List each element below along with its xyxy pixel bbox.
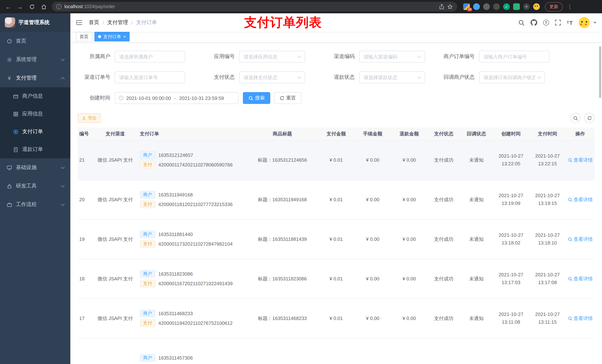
channel-order-no-input[interactable] [115,71,185,83]
cell-amount: ¥ 0.01 [318,259,354,299]
github-icon[interactable] [530,19,537,26]
browser-menu-icon[interactable]: ⋮ [567,4,572,10]
sidebar-item-label: 工作流程 [16,201,37,208]
address-bar[interactable]: i localhost:1024/pay/order [52,2,457,11]
browser-reload-button[interactable] [27,1,37,12]
breadcrumb-home[interactable]: 首页 [89,19,99,26]
fullscreen-icon[interactable] [555,20,561,26]
cell-amount: ¥ 0.01 [318,219,354,259]
extensions-menu-icon[interactable]: ✣ [523,3,530,10]
page-annotation: 支付订单列表 [244,14,322,31]
table-row[interactable]: 19 微信 JSAPI 支付 商户1635311881440 支付4200001… [78,219,595,259]
browser-update-button[interactable]: 更新 [545,2,563,11]
extension-icon[interactable] [483,3,490,10]
cell-status [428,338,460,364]
cell-created: 2021-10-2713:22:05 [493,140,529,180]
table-row[interactable]: 18 微信 JSAPI 支付 商户1635311823086 支付4200001… [78,259,595,299]
sidebar-toggle-icon[interactable] [76,19,83,26]
channel-code-select[interactable] [359,51,425,62]
search-button[interactable]: 搜索 [243,92,270,104]
extension-check-icon[interactable]: ✓ [503,3,510,10]
create-time-range-picker[interactable]: 2021-10-01 00:00:00 - 2021-10-31 23:59:5… [115,92,238,104]
filter-label: 回调商户状态 [442,74,479,81]
help-icon[interactable]: ? [543,20,549,26]
tab-pay-order[interactable]: 支付订单 × [94,32,129,42]
extension-icon[interactable]: 10 [463,3,470,10]
notify-status-select[interactable] [479,71,545,83]
sidebar-item-home[interactable]: 首页 [0,32,70,50]
cell-fee: ¥ 0.00 [355,140,391,180]
merchant-tag: 商户 [140,230,155,238]
sidebar-item-merchant-info[interactable]: 商户信息 [0,87,70,105]
sidebar-item-workflow[interactable]: 工作流程 [0,195,70,214]
table-row[interactable]: 商户1635311457306 [78,338,595,364]
view-detail-link[interactable]: 查看详情 [568,157,593,163]
merchant-no: 1635311823086 [158,271,193,277]
breadcrumb-pay-manage[interactable]: 支付管理 [107,19,128,26]
pay-status-select[interactable] [239,71,305,83]
pay-tag: 支付 [140,161,155,169]
browser-back-button[interactable]: ← [3,1,13,12]
sidebar-item-pay-order[interactable]: 支付订单 [0,123,70,141]
bookmark-star-icon[interactable] [447,4,453,10]
lock-icon [6,183,12,189]
extension-icon[interactable] [493,3,500,10]
extension-icon[interactable] [473,3,480,10]
extension-chat-icon[interactable] [513,3,520,10]
filter-label: 创建时间 [78,95,115,101]
col-refund: 退款金额 [391,128,428,140]
share-icon[interactable] [439,4,444,9]
merchant-tag: 商户 [140,191,155,199]
view-detail-link[interactable]: 查看详情 [568,236,593,242]
merchant-order-no-input[interactable] [479,51,549,62]
table-row[interactable]: 20 微信 JSAPI 支付 商户1635311949168 支付4200001… [78,180,595,219]
view-detail-link[interactable]: 查看详情 [568,315,593,322]
sidebar-item-label: 基础设施 [16,164,37,171]
sidebar-item-label: 退款订单 [22,146,43,153]
tab-home[interactable]: 首页 [76,32,92,42]
view-detail-link[interactable]: 查看详情 [568,275,593,282]
sidebar-item-devtools[interactable]: 研发工具 [0,177,70,195]
sidebar-item-label: 研发工具 [16,183,37,189]
site-info-icon[interactable]: i [56,4,62,9]
page-scrollbar[interactable] [599,46,601,98]
cell-fee [355,338,391,364]
search-icon[interactable] [518,20,525,26]
filter-label: 渠道订单号 [78,74,115,81]
app-logo[interactable]: 芋道管理系统 [0,13,70,32]
refund-status-select[interactable] [359,71,425,83]
tab-label: 首页 [80,33,88,40]
sidebar-item-payment[interactable]: ¥ 支付管理 [0,69,70,87]
browser-home-button[interactable] [39,1,49,12]
col-id: 编号 [78,128,95,140]
table-row[interactable]: 17 微信 JSAPI 支付 商户1635311468233 支付4200001… [78,299,595,338]
user-avatar[interactable] [579,17,590,28]
cell-title: 标题：1635311881439 [247,219,318,259]
font-size-icon[interactable]: TT [567,20,573,25]
view-detail-link[interactable]: 查看详情 [568,196,593,203]
filter-row: 渠道订单号 支付状态 退款状态 回调商户状态 [78,71,595,83]
cell-fee: ¥ 0.00 [355,299,391,338]
table-row[interactable]: 21 微信 JSAPI 支付 商户1635312124657 支付4200001… [78,140,595,180]
sidebar-item-system[interactable]: 系统管理 [0,50,70,69]
cell-action: 查看详情 [566,180,595,219]
export-button[interactable]: 导出 [78,113,101,123]
sidebar-item-app-info[interactable]: 应用信息 [0,105,70,123]
clock-icon [118,95,124,101]
toggle-search-button[interactable] [570,113,580,123]
app-select[interactable] [239,51,305,62]
user-menu-caret-icon[interactable] [593,22,596,23]
cell-channel: 微信 JSAPI 支付 [95,140,135,180]
profile-avatar-icon[interactable] [533,3,540,10]
refresh-button[interactable] [584,113,595,123]
yen-icon: ¥ [6,75,12,81]
browser-forward-button[interactable]: → [15,1,25,12]
sidebar-item-infra[interactable]: 基础设施 [0,158,70,177]
cell-notify: 未通知 [460,180,493,219]
close-icon[interactable]: × [123,34,126,39]
reset-button[interactable]: 重置 [274,92,301,104]
sidebar-item-refund-order[interactable]: 退款订单 [0,141,70,158]
cell-fee: ¥ 0.00 [355,259,391,299]
tags-view-bar: 首页 支付订单 × [70,32,602,43]
merchant-select[interactable] [115,51,185,62]
